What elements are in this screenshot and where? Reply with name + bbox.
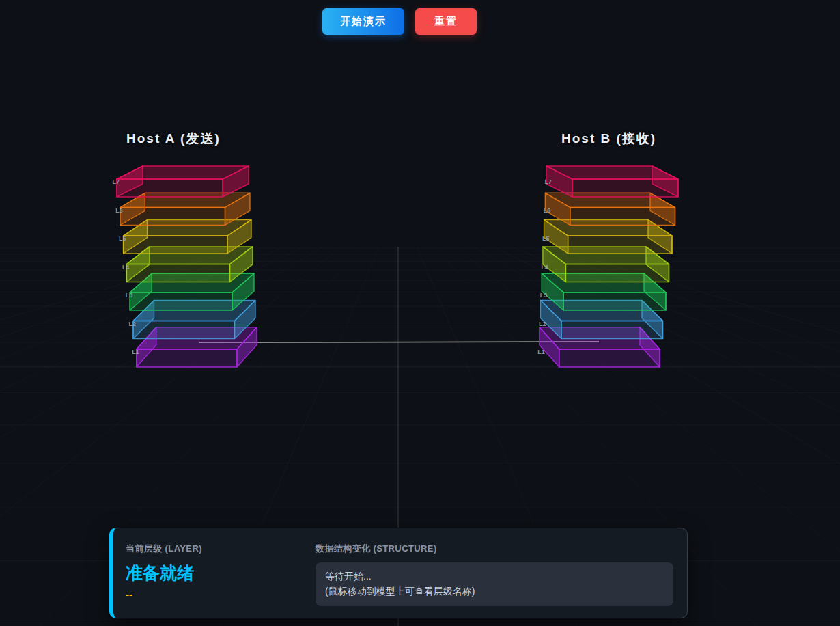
host-a-layer-L6[interactable] [120, 193, 250, 225]
host-b-layer-label-L6: L6 [544, 207, 551, 214]
host-b-layer-label-L7: L7 [544, 178, 552, 185]
structure-box: 等待开始... (鼠标移动到模型上可查看层级名称) [316, 562, 673, 606]
host-b-layer-L7[interactable] [546, 166, 678, 197]
host-a-title: Host A (发送) [126, 130, 221, 148]
host-a-layer-label-L2: L2 [128, 321, 136, 327]
host-a-layer-label-L1: L1 [132, 349, 139, 355]
structure-label: 数据结构变化 (STRUCTURE) [316, 543, 673, 554]
host-a-layer-label-L7: L7 [112, 178, 120, 185]
current-layer-section: 当前层级 (LAYER) 准备就绪 -- [126, 543, 316, 607]
host-b-layer-label-L5: L5 [542, 235, 550, 242]
current-layer-sub: -- [126, 588, 316, 600]
host-b-layer-label-L3: L3 [540, 292, 548, 299]
host-a-layer-L7[interactable] [117, 166, 249, 197]
status-panel: 当前层级 (LAYER) 准备就绪 -- 数据结构变化 (STRUCTURE) … [109, 528, 688, 618]
start-demo-button[interactable]: 开始演示 [322, 8, 404, 35]
host-a-layer-label-L3: L3 [126, 292, 133, 299]
structure-section: 数据结构变化 (STRUCTURE) 等待开始... (鼠标移动到模型上可查看层… [316, 543, 673, 607]
osi-demo-app: L1L2L3L4L5L6L7L1L2L3L4L5L6L7 开始演示 重置 Hos… [0, 0, 840, 626]
host-a-layer-label-L4: L4 [122, 264, 130, 271]
host-a-stack: L1L2L3L4L5L6L7 [112, 166, 257, 367]
current-layer-value: 准备就绪 [126, 563, 316, 582]
host-b-layer-L6[interactable] [545, 193, 675, 225]
host-b-layer-label-L2: L2 [539, 321, 546, 327]
host-a-layer-label-L6: L6 [115, 207, 123, 214]
host-b-stack: L1L2L3L4L5L6L7 [537, 166, 678, 367]
current-layer-label: 当前层级 (LAYER) [126, 543, 316, 554]
structure-line1: 等待开始... [325, 569, 664, 584]
host-b-layer-label-L4: L4 [541, 264, 548, 271]
host-b-title: Host B (接收) [561, 130, 656, 148]
host-a-layer-label-L5: L5 [119, 235, 126, 242]
structure-line2: (鼠标移动到模型上可查看层级名称) [325, 584, 664, 599]
reset-button[interactable]: 重置 [415, 8, 477, 35]
host-b-layer-label-L1: L1 [537, 349, 545, 355]
